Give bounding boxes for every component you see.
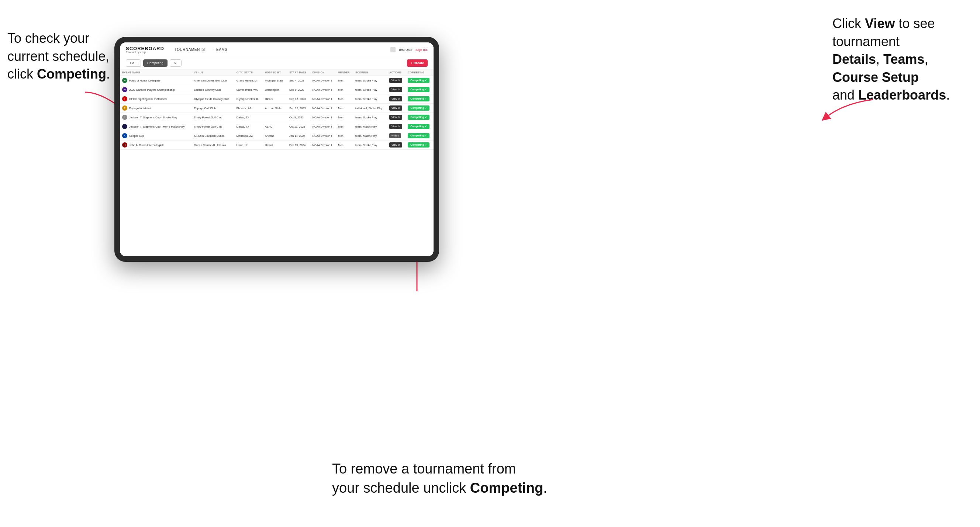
cell-event-name: I OFCC Fighting Illini Invitational <box>120 94 192 104</box>
tab-home[interactable]: Ho... <box>126 59 141 67</box>
cell-start: Jan 14, 2024 <box>287 131 310 141</box>
cell-city: Lihue, HI <box>234 141 263 150</box>
view-button[interactable]: View ⊙ <box>389 105 402 111</box>
cell-hosted: Michigan State <box>263 76 287 85</box>
cell-hosted: Arizona <box>263 131 287 141</box>
create-button[interactable]: + Create <box>407 59 428 67</box>
competing-button[interactable]: Competing ✓ <box>408 133 430 138</box>
annotation-bottomright-text: To remove a tournament fromyour schedule… <box>332 461 547 495</box>
cell-competing: Competing ✓ <box>406 113 434 122</box>
cell-event-name: J Jackson T. Stephens Cup - Stroke Play <box>120 113 192 122</box>
competing-button[interactable]: Competing ✓ <box>408 105 430 111</box>
cell-competing: Competing ✓ <box>406 85 434 94</box>
event-name-text: Folds of Honor Collegiate <box>129 79 161 82</box>
nav-tournaments[interactable]: TOURNAMENTS <box>173 48 207 52</box>
cell-actions: View ⊙ <box>387 104 406 113</box>
view-button[interactable]: View ⊙ <box>389 142 402 148</box>
competing-button[interactable]: Competing ✓ <box>408 124 430 129</box>
cell-scoring: team, Match Play <box>353 131 387 141</box>
cell-gender: Men <box>336 122 353 131</box>
col-division: DIVISION <box>310 69 336 76</box>
cell-division: NCAA Division I <box>310 122 336 131</box>
competing-button[interactable]: Competing ✓ <box>408 115 430 120</box>
cell-competing: Competing ✓ <box>406 122 434 131</box>
col-city: CITY, STATE <box>234 69 263 76</box>
table-row: J Jackson T. Stephens Cup - Stroke Play … <box>120 113 434 122</box>
table-row: W 2023 Sahalee Players Championship Saha… <box>120 85 434 94</box>
nav-right: Test User Sign out <box>390 47 428 52</box>
cell-gender: Men <box>336 131 353 141</box>
cell-scoring: team, Stroke Play <box>353 85 387 94</box>
cell-start: Sep 18, 2023 <box>287 104 310 113</box>
toolbar: Ho... Competing All + Create <box>120 57 434 69</box>
competing-button[interactable]: Competing ✓ <box>408 87 430 92</box>
col-competing: COMPETING <box>406 69 434 76</box>
nav-links: TOURNAMENTS TEAMS <box>173 48 390 52</box>
table-row: I OFCC Fighting Illini Invitational Olym… <box>120 94 434 104</box>
team-logo: H <box>122 142 127 148</box>
edit-button[interactable]: ✏ Edit <box>389 133 401 138</box>
cell-division: NCAA Division I <box>310 76 336 85</box>
cell-city: Dallas, TX <box>234 122 263 131</box>
cell-venue: Trinity Forest Golf Club <box>192 122 234 131</box>
cell-event-name: W 2023 Sahalee Players Championship <box>120 85 192 94</box>
cell-start: Sep 15, 2023 <box>287 94 310 104</box>
competing-button[interactable]: Competing ✓ <box>408 96 430 102</box>
competing-button[interactable]: Competing ✓ <box>408 78 430 83</box>
cell-competing: Competing ✓ <box>406 76 434 85</box>
team-logo: I <box>122 96 127 102</box>
sign-out-link[interactable]: Sign out <box>415 48 428 52</box>
table-container[interactable]: EVENT NAME VENUE CITY, STATE HOSTED BY S… <box>120 69 434 256</box>
cell-city: Sammamish, WA <box>234 85 263 94</box>
view-button[interactable]: View ⊙ <box>389 124 402 129</box>
cell-scoring: team, Stroke Play <box>353 141 387 150</box>
cell-division: NCAA Division I <box>310 85 336 94</box>
cell-start: Sep 9, 2023 <box>287 85 310 94</box>
cell-start: Sep 4, 2023 <box>287 76 310 85</box>
cell-actions: View ⊙ <box>387 76 406 85</box>
cell-hosted <box>263 113 287 122</box>
col-actions: ACTIONS <box>387 69 406 76</box>
cell-scoring: team, Stroke Play <box>353 113 387 122</box>
nav-teams[interactable]: TEAMS <box>212 48 229 52</box>
cell-scoring: team, Stroke Play <box>353 94 387 104</box>
cell-actions: View ⊙ <box>387 113 406 122</box>
cell-venue: American Dunes Golf Club <box>192 76 234 85</box>
cell-scoring: individual, Stroke Play <box>353 104 387 113</box>
cell-city: Dallas, TX <box>234 113 263 122</box>
annotation-bottomright: To remove a tournament fromyour schedule… <box>332 460 583 497</box>
cell-event-name: M Folds of Honor Collegiate <box>120 76 192 85</box>
cell-start: Feb 15, 2024 <box>287 141 310 150</box>
tab-all[interactable]: All <box>170 59 181 67</box>
event-name-text: 2023 Sahalee Players Championship <box>129 88 175 92</box>
view-button[interactable]: View ⊙ <box>389 87 402 92</box>
cell-actions: View ⊙ <box>387 141 406 150</box>
cell-division: NCAA Division I <box>310 131 336 141</box>
cell-venue: Ocean Course At Hokuala <box>192 141 234 150</box>
view-button[interactable]: View ⊙ <box>389 96 402 102</box>
annotation-topright-text: Click View to seetournamentDetails, Team… <box>832 16 950 103</box>
cell-actions: View ⊙ <box>387 94 406 104</box>
table-row: A Copper Cup Ak-Chin Southern Dunes Mari… <box>120 131 434 141</box>
cell-hosted: Washington <box>263 85 287 94</box>
cell-venue: Trinity Forest Golf Club <box>192 113 234 122</box>
cell-actions: View ⊙ <box>387 122 406 131</box>
view-button[interactable]: View ⊙ <box>389 78 402 83</box>
cell-venue: Olympia Fields Country Club <box>192 94 234 104</box>
competing-button[interactable]: Competing ✓ <box>408 142 430 148</box>
cell-start: Oct 9, 2023 <box>287 113 310 122</box>
annotation-topleft: To check yourcurrent schedule,click Comp… <box>7 30 126 83</box>
cell-event-name: H John A. Burns Intercollegiate <box>120 141 192 150</box>
view-button[interactable]: View ⊙ <box>389 115 402 120</box>
user-name: Test User <box>398 48 412 52</box>
team-logo: P <box>122 105 127 111</box>
cell-actions: View ⊙ <box>387 85 406 94</box>
cell-city: Maricopa, AZ <box>234 131 263 141</box>
tab-competing[interactable]: Competing <box>143 59 167 67</box>
team-logo: M <box>122 78 127 83</box>
logo-title: SCOREBOARD <box>126 46 164 51</box>
col-hosted: HOSTED BY <box>263 69 287 76</box>
cell-actions: ✏ Edit <box>387 131 406 141</box>
cell-city: Olympia Fields, IL <box>234 94 263 104</box>
cell-gender: Men <box>336 94 353 104</box>
